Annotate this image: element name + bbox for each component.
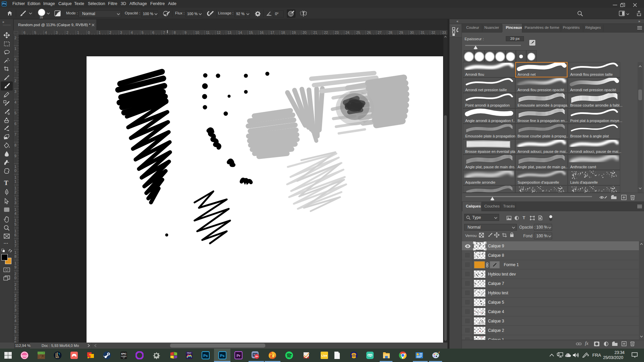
svg-text:2: 2 xyxy=(158,355,159,358)
svg-text:Live: Live xyxy=(321,354,327,357)
svg-text:12: 12 xyxy=(217,31,221,35)
svg-text:Ps: Ps xyxy=(203,354,208,358)
svg-text:5: 5 xyxy=(142,31,144,35)
svg-text:4: 4 xyxy=(14,100,16,104)
svg-text:GAMES: GAMES xyxy=(121,356,126,357)
svg-text:4: 4 xyxy=(14,319,16,323)
svg-text:6: 6 xyxy=(23,31,25,35)
svg-text:4: 4 xyxy=(45,31,47,35)
svg-text:33: 33 xyxy=(442,31,446,35)
svg-text:28: 28 xyxy=(388,31,392,35)
svg-text:31: 31 xyxy=(421,31,425,35)
svg-text:2: 2 xyxy=(14,190,16,194)
svg-text:1: 1 xyxy=(99,31,101,35)
svg-text:1: 1 xyxy=(14,175,16,179)
svg-text:8: 8 xyxy=(14,254,16,258)
svg-text:1: 1 xyxy=(14,179,16,183)
svg-text:1: 1 xyxy=(14,165,16,169)
svg-text:3: 3 xyxy=(120,31,122,35)
svg-text:26: 26 xyxy=(367,31,371,35)
svg-text:1: 1 xyxy=(14,229,16,233)
svg-text:1: 1 xyxy=(14,68,16,72)
svg-text:32: 32 xyxy=(431,31,435,35)
svg-text:1: 1 xyxy=(14,218,16,222)
svg-text:21: 21 xyxy=(313,31,317,35)
svg-text:Ps: Ps xyxy=(220,354,224,358)
svg-text:2: 2 xyxy=(14,79,16,83)
svg-text:5: 5 xyxy=(14,329,16,334)
svg-text:17: 17 xyxy=(270,31,274,35)
svg-text:0: 0 xyxy=(88,31,90,35)
svg-text:3: 3 xyxy=(14,89,16,94)
svg-text:9: 9 xyxy=(14,265,16,269)
svg-text:2: 2 xyxy=(14,325,16,329)
svg-text:7: 7 xyxy=(163,31,165,35)
svg-text:3: 3 xyxy=(14,308,16,312)
svg-text:5: 5 xyxy=(14,222,16,226)
svg-text:6: 6 xyxy=(14,340,16,343)
svg-text:6: 6 xyxy=(14,122,16,126)
svg-text:5: 5 xyxy=(14,111,16,115)
svg-text:7: 7 xyxy=(14,244,16,248)
svg-text:1: 1 xyxy=(14,47,16,51)
svg-text:27: 27 xyxy=(378,31,382,35)
svg-text:14: 14 xyxy=(238,31,242,35)
svg-text:2: 2 xyxy=(14,297,16,301)
svg-text:7: 7 xyxy=(14,132,16,136)
svg-text:1: 1 xyxy=(14,250,16,254)
svg-text:RALF: RALF xyxy=(187,352,191,354)
svg-text:4: 4 xyxy=(131,31,133,35)
svg-text:0: 0 xyxy=(14,57,16,61)
svg-text:30: 30 xyxy=(410,31,414,35)
svg-text:osu!: osu! xyxy=(22,354,28,357)
svg-text:2: 2 xyxy=(14,304,16,308)
svg-text:4: 4 xyxy=(14,212,16,216)
svg-text:2: 2 xyxy=(14,272,16,276)
svg-text:2: 2 xyxy=(66,31,68,35)
svg-text:3: 3 xyxy=(56,31,58,35)
svg-text:2: 2 xyxy=(109,31,111,35)
svg-text:2: 2 xyxy=(14,36,16,40)
svg-text:0: 0 xyxy=(14,169,16,173)
svg-text:20: 20 xyxy=(303,31,307,35)
svg-text:1: 1 xyxy=(14,287,16,291)
svg-text:1: 1 xyxy=(14,207,16,212)
svg-text:16: 16 xyxy=(260,31,264,35)
svg-text:5: 5 xyxy=(34,31,36,35)
svg-text:9+: 9+ xyxy=(255,355,258,358)
svg-text:1: 1 xyxy=(14,197,16,201)
svg-text:EPIC: EPIC xyxy=(121,353,126,355)
svg-text:10: 10 xyxy=(195,31,199,35)
svg-text:0: 0 xyxy=(14,276,16,280)
svg-text:19: 19 xyxy=(292,31,296,35)
svg-text:18: 18 xyxy=(281,31,285,35)
svg-text:22: 22 xyxy=(324,31,328,35)
svg-text:2: 2 xyxy=(14,283,16,287)
svg-text:3: 3 xyxy=(14,201,16,205)
svg-text:9: 9 xyxy=(14,154,16,158)
svg-text:6: 6 xyxy=(14,233,16,237)
svg-text:23: 23 xyxy=(335,31,339,35)
svg-text:2: 2 xyxy=(14,315,16,319)
svg-text:1: 1 xyxy=(77,31,79,35)
svg-text:29: 29 xyxy=(399,31,403,35)
svg-text:Pr: Pr xyxy=(236,354,240,358)
svg-text:6: 6 xyxy=(152,31,154,35)
svg-text:25: 25 xyxy=(356,31,360,35)
svg-text:11: 11 xyxy=(206,31,210,35)
svg-text:13: 13 xyxy=(227,31,231,35)
svg-text:8: 8 xyxy=(14,143,16,147)
svg-text:8: 8 xyxy=(174,31,176,35)
svg-text:1: 1 xyxy=(14,261,16,265)
svg-text:2: 2 xyxy=(14,336,16,340)
svg-text:15: 15 xyxy=(249,31,253,35)
svg-text:1: 1 xyxy=(14,186,16,190)
svg-text:24: 24 xyxy=(345,31,350,35)
svg-text:1: 1 xyxy=(14,240,16,244)
svg-text:9: 9 xyxy=(184,31,186,35)
svg-text:2: 2 xyxy=(14,293,16,297)
